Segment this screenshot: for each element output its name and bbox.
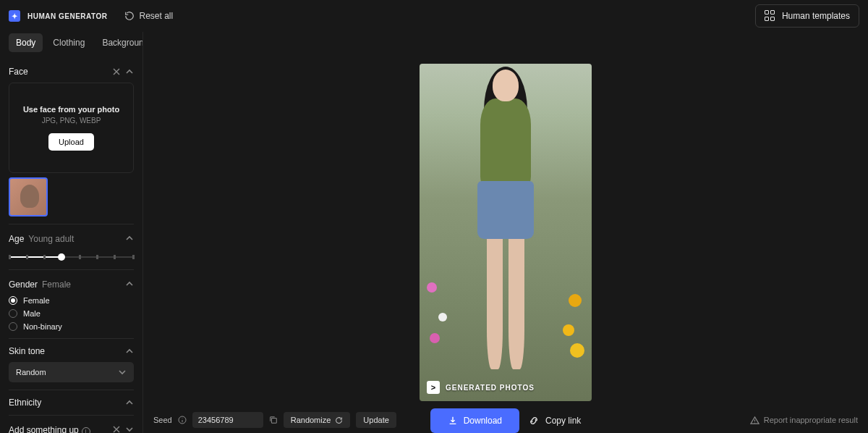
human-templates-button[interactable]: Human templates [755,4,859,28]
gender-radio-group: Female Male Non-binary [9,296,134,331]
refresh-icon [335,416,343,424]
tab-clothing[interactable]: Clothing [46,33,92,52]
header: ✦ HUMAN GENERATOR Reset all Human templa… [0,0,868,32]
chevron-up-icon [125,279,134,288]
gender-option-female[interactable]: Female [9,296,134,305]
gender-value: Female [42,279,71,290]
templates-label: Human templates [782,11,850,21]
prompt-title: Add something up [9,425,79,433]
watermark: > GENERATED PHOTOS [427,381,535,394]
seed-label: Seed [153,416,172,424]
section-age: AgeYoung adult [9,224,134,269]
gender-title: Gender [9,279,38,290]
chevron-up-icon [125,398,134,407]
brand-title: HUMAN GENERATOR [27,12,107,20]
gender-header[interactable]: GenderFemale [9,277,134,290]
face-upload-dropzone[interactable]: Use face from your photo JPG, PNG, WEBP … [9,83,134,173]
skin-title: Skin tone [9,346,45,356]
chevron-up-icon [125,234,134,243]
face-title: Face [9,67,28,77]
upload-title: Use face from your photo [17,105,126,114]
chevron-down-icon [118,368,127,377]
svg-rect-1 [271,418,276,423]
report-button[interactable]: Report inappropriate result [750,416,858,425]
header-left: ✦ HUMAN GENERATOR Reset all [9,10,173,22]
logo-icon: ✦ [9,10,20,22]
skin-header[interactable]: Skin tone [9,346,134,356]
reset-all-button[interactable]: Reset all [124,11,173,21]
copy-icon[interactable] [269,416,278,424]
section-face: Face Use face from your photo JPG, PNG, … [9,61,134,224]
section-prompt: Add something upi woman in a garden with… [9,415,134,433]
chevron-down-icon [125,425,134,433]
section-ethnicity: Ethnicity [9,390,134,415]
chevron-up-icon [125,347,134,356]
gender-option-male[interactable]: Male [9,309,134,318]
sidebar-tabs: Body Clothing Background [0,32,142,61]
close-icon[interactable] [112,425,121,433]
templates-icon [765,10,776,22]
tab-background[interactable]: Background [95,33,143,52]
randomize-label: Randomize [291,416,331,424]
face-thumbnail-selected[interactable] [9,177,48,216]
reset-icon [124,11,135,21]
warning-icon [750,416,760,425]
age-header[interactable]: AgeYoung adult [9,232,134,245]
watermark-text: GENERATED PHOTOS [446,384,535,392]
upload-formats: JPG, PNG, WEBP [17,117,126,125]
skin-tone-select[interactable]: Random [9,362,134,382]
generated-image[interactable]: > GENERATED PHOTOS [420,64,592,401]
ethnicity-header[interactable]: Ethnicity [9,398,134,408]
randomize-button[interactable]: Randomize [284,412,351,428]
info-icon[interactable]: i [82,427,90,434]
section-gender: GenderFemale Female Male Non-binary [9,269,134,338]
skin-tone-value: Random [16,368,46,377]
age-value: Young adult [28,234,74,244]
seed-input[interactable] [192,412,263,428]
sidebar: Body Clothing Background Face Use face f… [0,32,143,433]
footer-bar: Seed Randomize Update Report inappropria… [143,407,868,433]
age-slider[interactable] [9,252,134,262]
tab-body[interactable]: Body [9,33,43,52]
gender-option-nonbinary[interactable]: Non-binary [9,322,134,331]
upload-button[interactable]: Upload [48,133,94,151]
face-header[interactable]: Face [9,67,134,77]
update-button[interactable]: Update [356,412,396,428]
reset-label: Reset all [139,11,173,21]
age-title: Age [9,234,24,244]
canvas-area: > GENERATED PHOTOS Download Copy link [143,32,868,433]
close-icon[interactable] [112,67,121,76]
section-skin-tone: Skin tone Random [9,338,134,390]
prompt-header[interactable]: Add something upi [9,423,134,433]
info-icon[interactable] [178,416,187,424]
watermark-badge-icon: > [427,381,440,394]
report-label: Report inappropriate result [764,416,858,424]
ethnicity-title: Ethnicity [9,398,41,408]
chevron-up-icon [125,67,134,76]
